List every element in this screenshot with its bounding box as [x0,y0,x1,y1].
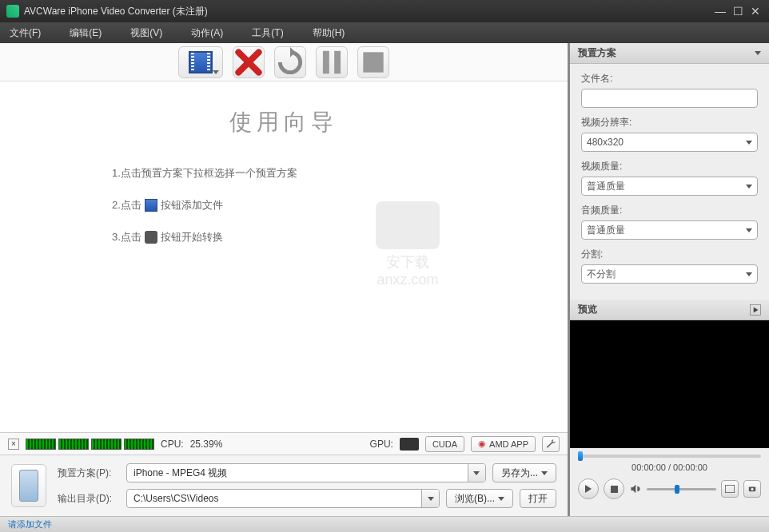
chevron-down-icon [746,228,752,232]
resolution-select[interactable]: 480x320 [581,133,758,152]
status-message: 请添加文件 [8,518,52,530]
video-quality-select[interactable]: 普通质量 [581,177,758,196]
preview-viewport [570,320,769,448]
dropdown-arrow-icon [213,70,219,74]
seek-slider[interactable] [578,455,761,458]
wrench-icon [545,439,556,450]
profile-panel-header: 预置方案 [570,43,769,64]
watermark: 安下载 anxz.com [376,201,440,288]
menu-action[interactable]: 动作(A) [191,26,223,40]
menu-view[interactable]: 视图(V) [130,26,162,40]
browse-button[interactable]: 浏览(B)... [446,489,513,508]
profile-label: 预置方案(P): [58,466,120,480]
refresh-icon [275,47,305,77]
film-icon [145,199,157,212]
dest-dropdown-button[interactable] [421,490,439,507]
titlebar: AVCWare iPhone Video Converter (未注册) ― ☐… [0,0,769,22]
menu-file[interactable]: 文件(F) [10,26,41,40]
play-button[interactable] [578,478,599,499]
fullscreen-button[interactable] [721,480,739,498]
chevron-down-icon [473,471,480,475]
cuda-button[interactable]: CUDA [425,436,464,452]
pause-icon [317,47,347,77]
side-panel: 预置方案 文件名: 视频分辨率: 480x320 视频质量: 普通质量 音频质量… [568,43,769,516]
phone-icon [19,470,38,502]
profile-dropdown-button[interactable] [468,464,485,482]
dest-value: C:\Users\CS\Videos [133,493,218,504]
stop-button[interactable] [357,46,389,78]
video-quality-label: 视频质量: [581,160,758,173]
refresh-icon [145,231,157,244]
perf-close-button[interactable]: × [8,439,19,450]
svg-rect-1 [334,50,341,73]
profile-value: iPhone - MPEG4 视频 [133,466,227,480]
filename-input[interactable] [581,89,758,108]
svg-rect-5 [725,485,735,493]
player-stop-button[interactable] [604,478,624,499]
performance-bar: × CPU: 25.39% GPU: CUDA ◉AMD APP [0,432,568,455]
svg-rect-4 [611,486,618,493]
filename-label: 文件名: [581,72,758,85]
chevron-down-icon [428,497,434,501]
cpu-cores-graph [26,439,154,450]
stop-icon [611,486,618,493]
perf-settings-button[interactable] [542,436,560,452]
x-icon [233,47,264,77]
stop-icon [358,47,388,77]
cpu-label: CPU: [161,439,184,450]
cpu-value: 25.39% [190,439,223,450]
convert-button[interactable] [274,46,306,78]
wizard-panel: 使用向导 1.点击预置方案下拉框选择一个预置方案 2.点击 按钮添加文件 3.点… [0,81,568,432]
camera-icon [747,485,757,493]
chevron-down-icon [498,497,504,501]
svg-point-7 [751,488,753,490]
fullscreen-icon [725,485,735,493]
window-title: AVCWare iPhone Video Converter (未注册) [24,5,710,18]
volume-slider[interactable] [647,488,716,490]
svg-rect-2 [363,52,383,72]
main-toolbar [0,43,568,81]
menubar: 文件(F) 编辑(E) 视图(V) 动作(A) 工具(T) 帮助(H) [0,22,769,43]
volume-icon[interactable] [629,483,642,494]
delete-button[interactable] [233,46,265,78]
profile-combo[interactable]: iPhone - MPEG4 视频 [126,463,486,482]
add-file-button[interactable] [178,46,223,78]
pause-button[interactable] [316,46,348,78]
dest-combo[interactable]: C:\Users\CS\Videos [126,489,440,508]
svg-rect-0 [323,50,329,73]
gpu-label: GPU: [370,439,393,450]
snapshot-button[interactable] [743,480,761,498]
preview-panel-header: 预览 [570,300,769,320]
chevron-down-icon [541,471,548,475]
chevron-down-icon[interactable] [755,51,761,55]
open-button[interactable]: 打开 [520,489,556,508]
audio-quality-select[interactable]: 普通质量 [581,220,758,240]
film-icon [189,51,213,73]
split-select[interactable]: 不分割 [581,264,758,284]
chevron-down-icon [746,141,752,145]
maximize-button[interactable]: ☐ [731,4,745,18]
split-label: 分割: [581,248,758,261]
chevron-down-icon [746,185,752,189]
play-icon [584,485,592,493]
gpu-chip-icon [400,438,419,451]
play-icon[interactable] [750,304,761,316]
amd-app-button[interactable]: ◉AMD APP [471,436,536,452]
bag-icon [376,201,440,249]
wizard-heading: 使用向导 [112,107,456,137]
chevron-down-icon [746,272,752,276]
resolution-label: 视频分辨率: [581,116,758,129]
close-button[interactable]: ✕ [748,4,763,18]
device-thumbnail[interactable] [11,464,46,507]
statusbar: 请添加文件 [0,516,769,532]
menu-edit[interactable]: 编辑(E) [70,26,102,40]
menu-tool[interactable]: 工具(T) [252,26,283,40]
time-display: 00:00:00 / 00:00:00 [578,463,761,472]
audio-quality-label: 音频质量: [581,204,758,217]
app-logo-icon [6,5,19,18]
menu-help[interactable]: 帮助(H) [313,26,345,40]
save-as-button[interactable]: 另存为... [492,463,556,482]
dest-label: 输出目录(D): [58,492,120,506]
wizard-step1: 1.点击预置方案下拉框选择一个预置方案 [112,166,456,181]
minimize-button[interactable]: ― [713,4,727,18]
